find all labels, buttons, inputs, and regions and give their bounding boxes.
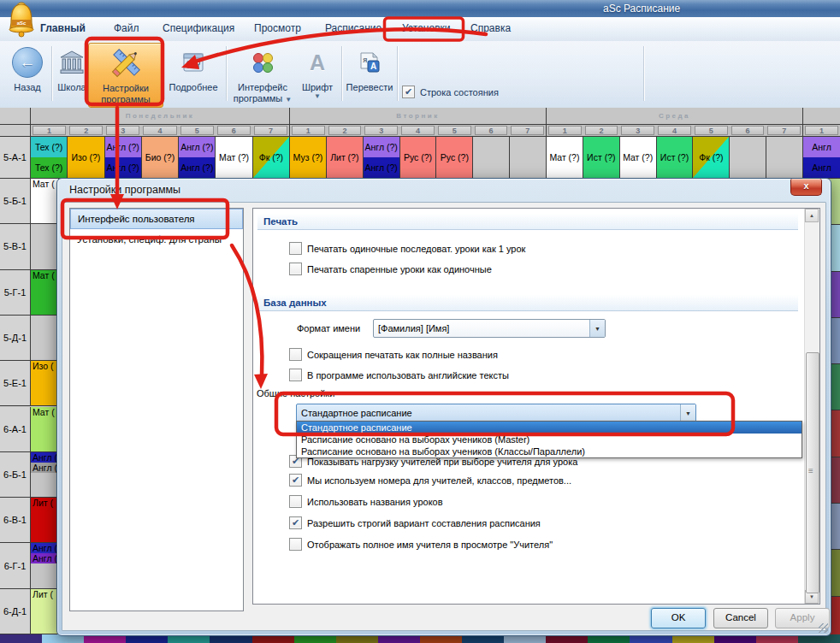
checked-checkbox-icon: ✔	[402, 86, 415, 98]
lesson-label: Изо (	[31, 361, 58, 371]
class-label[interactable]: 6-Б-1	[0, 452, 31, 498]
timetable-cell[interactable]: Лит (?)	[327, 137, 364, 179]
timetable-cell[interactable]: Мат (?)	[547, 137, 583, 179]
menu-item-Просмотр[interactable]: Просмотр	[254, 22, 301, 34]
timetable-cell[interactable]	[31, 224, 59, 269]
timetable-cell[interactable]: Англ (Англ (	[31, 452, 59, 498]
general-option-checkbox[interactable]: Использовать названия уроков	[289, 495, 571, 508]
class-label[interactable]: 5-Е-1	[0, 361, 31, 406]
menu-item-Расписание[interactable]: Расписание	[325, 22, 382, 34]
menu-bar: ГлавныйФайлСпецификацияПросмотрРасписани…	[0, 17, 840, 42]
timetable-cell[interactable]	[510, 137, 546, 179]
schedule-type-combobox[interactable]: Стандартное расписание ▼	[296, 404, 696, 422]
timetable-cell[interactable]: Англ (?)Англ (?)	[364, 137, 400, 179]
timetable-cell[interactable]: Ист (?)	[657, 137, 694, 179]
period-number: 1	[292, 126, 325, 135]
timetable-cell[interactable]: Фк (?)	[693, 137, 730, 179]
class-label[interactable]: 6-Г-1	[0, 543, 31, 588]
timetable-cell[interactable]	[31, 316, 59, 361]
asc-bell-logo-icon[interactable]: aSc	[5, 1, 38, 42]
timetable-cell[interactable]	[766, 137, 802, 179]
timetable-cell[interactable]: Ист (?)	[583, 137, 620, 179]
scrollbar-thumb[interactable]	[806, 352, 819, 593]
timetable-cell[interactable]: Изо (	[31, 361, 59, 406]
ribbon-checkbox[interactable]: ✔Строка состояния	[402, 86, 636, 98]
class-label[interactable]: 6-В-1	[0, 498, 31, 543]
timetable-cell[interactable]: Англ (Англ (	[31, 543, 59, 588]
droplist-option[interactable]: Стандартное расписание	[297, 422, 802, 434]
print-option-checkbox[interactable]: Печатать одиночные последоват. уроки как…	[289, 242, 525, 255]
class-label[interactable]: 6-А-1	[0, 407, 31, 452]
droplist-option[interactable]: Расписание основано на выборах учеников …	[297, 445, 802, 457]
timetable-cell[interactable]: Мат (	[31, 407, 59, 452]
menu-item-Спецификация[interactable]: Спецификация	[163, 22, 234, 34]
menu-item-Главный[interactable]: Главный	[40, 22, 86, 34]
timetable-cell[interactable]: Мат (	[31, 270, 59, 316]
class-label[interactable]: 5-А-1	[0, 137, 31, 179]
timetable-cell[interactable]: Мат (	[31, 179, 59, 224]
timetable-cell[interactable]: Фк (?)	[253, 137, 289, 179]
timetable-cell[interactable]	[730, 137, 766, 179]
timetable-cell[interactable]: Тех (?)Тех (?)	[31, 137, 68, 179]
ribbon-separator	[341, 46, 342, 101]
general-option-checkbox[interactable]: Отображать полное имя учителя в просмотр…	[289, 538, 571, 551]
menu-item-Справка[interactable]: Справка	[470, 22, 511, 34]
class-label[interactable]: 5-Б-1	[0, 179, 31, 224]
timetable-cell[interactable]: Изо (?)	[68, 137, 104, 179]
timetable-cell[interactable]: Мат (?)	[620, 137, 657, 179]
font-button[interactable]: A Шрифт ▼	[298, 43, 337, 106]
database-option-checkbox[interactable]: В программе использовать английские текс…	[289, 369, 509, 381]
lesson-label: Тех (?)	[31, 137, 67, 157]
print-option-checkbox[interactable]: Печатать спаренные уроки как одиночные	[289, 263, 525, 275]
period-number: 5	[438, 126, 471, 135]
timetable-cell[interactable]: АнглАнгл	[803, 137, 840, 179]
checkbox-label: Печатать спаренные уроки как одиночные	[307, 264, 492, 274]
class-label[interactable]: 5-В-1	[0, 224, 31, 269]
cancel-button[interactable]: Cancel	[713, 608, 768, 628]
timetable-cell[interactable]: Мат (?)	[216, 137, 252, 179]
class-label[interactable]: 6-Д-1	[0, 589, 31, 634]
general-option-checkbox[interactable]: ✔Мы используем номера для учителей, клас…	[289, 474, 571, 487]
school-button[interactable]: Школа	[54, 43, 90, 106]
timetable-cell[interactable]: Лит (	[31, 498, 59, 543]
details-button[interactable]: Подробнее	[163, 43, 223, 106]
close-icon[interactable]: x	[790, 179, 822, 196]
class-label[interactable]: 5-Д-1	[0, 316, 31, 361]
svg-text:aSc: aSc	[17, 21, 27, 26]
day-cells: Мат (?)Ист (?)Мат (?)Ист (?)Фк (?)	[547, 137, 803, 179]
period-number: 1	[548, 126, 582, 135]
settings-category-selected[interactable]: Интерфейс пользователя	[70, 209, 243, 229]
timetable-cell[interactable]: Муз (?)	[290, 137, 327, 179]
class-label[interactable]: 5-Г-1	[0, 270, 31, 316]
general-option-checkbox[interactable]: ✔Разрешить строгий вариант составления р…	[289, 516, 571, 529]
checkbox-label: Мы используем номера для учителей, класс…	[307, 475, 571, 486]
timetable-cell[interactable]	[473, 137, 510, 179]
settings-category-item[interactable]: Установки, специф. для страны	[70, 229, 243, 250]
translate-icon: я A	[358, 43, 381, 82]
timetable-cell[interactable]: Англ (?)Англ (?)	[105, 137, 142, 179]
timetable-cell[interactable]: Англ (?)Англ (?)	[179, 137, 216, 179]
timetable-cell[interactable]: Рус (?)	[436, 137, 473, 179]
font-a-icon: A	[310, 43, 325, 82]
translate-button[interactable]: я A Перевести	[345, 43, 394, 106]
ribbon-separator	[397, 46, 398, 101]
program-interface-button[interactable]: Интерфейс программы ▼	[228, 43, 297, 106]
timetable-cell[interactable]: Био (?)	[142, 137, 179, 179]
program-settings-button[interactable]: Настройки программы	[88, 43, 163, 108]
name-format-combobox[interactable]: [Фамилия] [Имя] ▼	[373, 319, 606, 338]
database-option-checkbox[interactable]: Сокращения печатать как полные названия	[289, 348, 509, 361]
resize-grip[interactable]	[819, 623, 828, 633]
panel-scrollbar[interactable]: ▲ ▼	[804, 209, 819, 604]
scroll-up-icon[interactable]: ▲	[805, 209, 819, 222]
menu-item-Установки[interactable]: Установки	[402, 22, 450, 34]
back-button[interactable]: ← Назад	[7, 43, 48, 106]
colored-circles-icon	[251, 43, 274, 82]
timetable-cell[interactable]: Рус (?)	[400, 137, 437, 179]
droplist-option[interactable]: Расписание основано на выборах учеников …	[297, 434, 802, 445]
lesson-label: Био (?)	[142, 137, 178, 178]
print-checks: Печатать одиночные последоват. уроки как…	[289, 242, 525, 283]
ok-button[interactable]: OK	[651, 608, 706, 628]
period-number: 3	[621, 126, 654, 135]
timetable-cell[interactable]: Лит (	[31, 589, 59, 634]
menu-item-Файл[interactable]: Файл	[114, 22, 139, 34]
